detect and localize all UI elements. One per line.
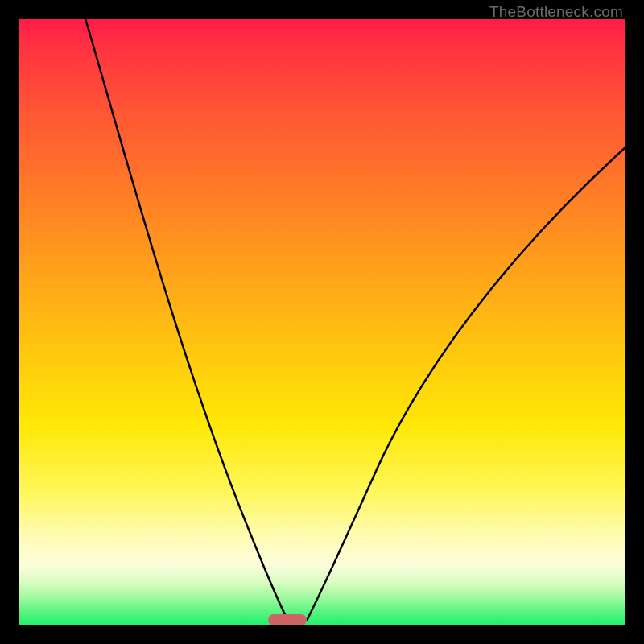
left-curve bbox=[85, 19, 288, 621]
watermark-text: TheBottleneck.com bbox=[489, 3, 623, 21]
optimal-marker bbox=[268, 614, 307, 625]
right-curve bbox=[307, 147, 625, 621]
bottleneck-curves bbox=[19, 19, 625, 625]
